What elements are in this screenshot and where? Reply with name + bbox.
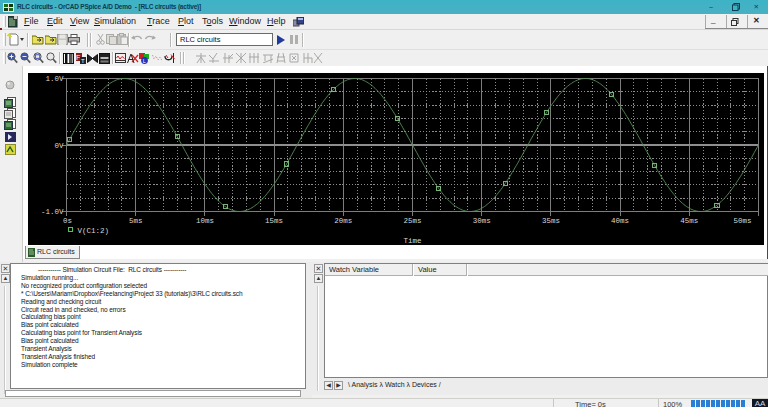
svg-text:50ms: 50ms (733, 217, 751, 225)
svg-text:L: L (143, 58, 146, 64)
svg-text:0V: 0V (54, 142, 64, 150)
svg-text:30ms: 30ms (473, 217, 491, 225)
svg-text:Time: Time (403, 237, 421, 245)
svg-text:5ms: 5ms (129, 217, 143, 225)
svg-text:-1.0V: -1.0V (41, 208, 64, 216)
svg-text:10ms: 10ms (196, 217, 214, 225)
svg-text:15ms: 15ms (265, 217, 283, 225)
svg-text:T: T (81, 58, 85, 64)
svg-text:V(C1:2): V(C1:2) (78, 227, 110, 235)
svg-text:35ms: 35ms (542, 217, 560, 225)
svg-text:45ms: 45ms (680, 217, 698, 225)
svg-text:0s: 0s (63, 217, 72, 225)
svg-text:25ms: 25ms (403, 217, 421, 225)
svg-text:1.0V: 1.0V (45, 75, 64, 83)
svg-text:F: F (76, 54, 80, 61)
svg-text:40ms: 40ms (611, 217, 629, 225)
svg-text:20ms: 20ms (334, 217, 352, 225)
